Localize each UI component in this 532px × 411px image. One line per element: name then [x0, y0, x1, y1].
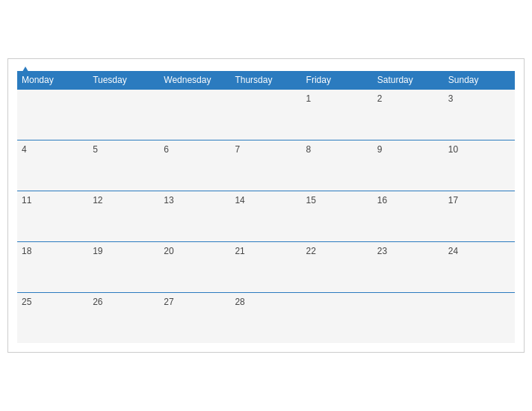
calendar-wrapper: MondayTuesdayWednesdayThursdayFridaySatu…	[7, 58, 525, 353]
calendar-day-cell: 18	[17, 241, 88, 292]
logo-triangle-icon	[20, 67, 31, 75]
calendar-day-cell: 8	[302, 140, 373, 191]
calendar-day-cell: 14	[230, 191, 301, 241]
weekday-header-sunday: Sunday	[444, 71, 515, 90]
weekday-header-wednesday: Wednesday	[159, 71, 230, 90]
calendar-day-cell: 27	[159, 292, 230, 343]
calendar-table: MondayTuesdayWednesdayThursdayFridaySatu…	[17, 71, 515, 344]
logo	[17, 67, 31, 75]
calendar-week-row: 123	[17, 89, 515, 140]
weekday-header-saturday: Saturday	[373, 71, 444, 90]
weekday-header-tuesday: Tuesday	[88, 71, 159, 90]
calendar-day-cell: 9	[373, 140, 444, 191]
calendar-day-cell: 25	[17, 292, 88, 343]
calendar-week-row: 25262728	[17, 292, 515, 343]
logo-blue-text	[17, 67, 31, 75]
calendar-week-row: 11121314151617	[17, 191, 515, 241]
calendar-day-cell: 28	[230, 292, 301, 343]
calendar-week-row: 45678910	[17, 140, 515, 191]
calendar-day-cell: 2	[373, 89, 444, 140]
calendar-day-cell: 3	[444, 89, 515, 140]
calendar-day-cell	[17, 89, 88, 140]
calendar-day-cell: 12	[88, 191, 159, 241]
calendar-day-cell: 23	[373, 241, 444, 292]
calendar-day-cell: 4	[17, 140, 88, 191]
calendar-day-cell	[302, 292, 373, 343]
weekday-header-friday: Friday	[302, 71, 373, 90]
calendar-day-cell: 19	[88, 241, 159, 292]
calendar-day-cell: 24	[444, 241, 515, 292]
calendar-day-cell: 5	[88, 140, 159, 191]
calendar-day-cell: 17	[444, 191, 515, 241]
calendar-day-cell: 6	[159, 140, 230, 191]
calendar-day-cell: 20	[159, 241, 230, 292]
calendar-day-cell: 26	[88, 292, 159, 343]
calendar-day-cell	[444, 292, 515, 343]
calendar-day-cell	[159, 89, 230, 140]
weekday-header-thursday: Thursday	[230, 71, 301, 90]
calendar-day-cell: 7	[230, 140, 301, 191]
calendar-day-cell: 11	[17, 191, 88, 241]
calendar-day-cell	[230, 89, 301, 140]
calendar-week-row: 18192021222324	[17, 241, 515, 292]
calendar-day-cell: 15	[302, 191, 373, 241]
calendar-day-cell: 13	[159, 191, 230, 241]
calendar-day-cell: 16	[373, 191, 444, 241]
calendar-day-cell	[373, 292, 444, 343]
calendar-day-cell	[88, 89, 159, 140]
calendar-day-cell: 10	[444, 140, 515, 191]
calendar-day-cell: 21	[230, 241, 301, 292]
calendar-day-cell: 22	[302, 241, 373, 292]
calendar-day-cell: 1	[302, 89, 373, 140]
weekday-header-row: MondayTuesdayWednesdayThursdayFridaySatu…	[17, 71, 515, 90]
